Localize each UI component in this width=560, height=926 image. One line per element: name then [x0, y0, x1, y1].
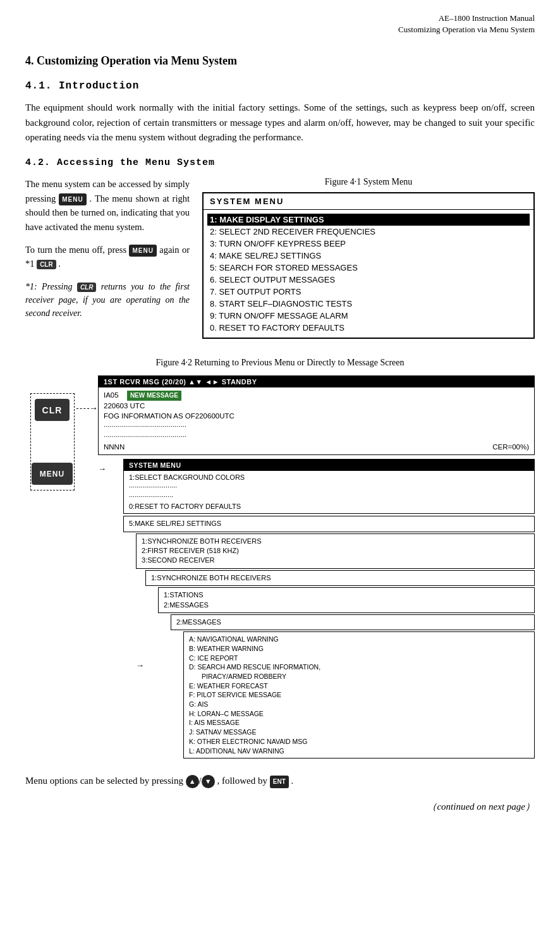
- menu-item-0: 0. RESET TO FACTORY DEFAULTS: [210, 322, 527, 334]
- section41-heading: 4.1. Introduction: [25, 80, 535, 92]
- submenu2-row: 5:MAKE SEL/REJ SETTINGS 1:SYNCHRONIZE BO…: [123, 516, 535, 761]
- submenu2-container: 5:MAKE SEL/REJ SETTINGS 1:SYNCHRONIZE BO…: [123, 516, 535, 761]
- main-message-screen: 1ST RCVR MSG (20/20) ▲▼ ◄► STANDBY IA05 …: [98, 375, 535, 454]
- sel-rej-label: 5:MAKE SEL/REJ SETTINGS: [129, 519, 529, 528]
- dots-row1: ········································…: [104, 421, 529, 431]
- menu-options-label: Menu options can be selected by pressing: [25, 776, 183, 786]
- sync-both-body: 1:SYNCHRONIZE BOTH RECEIVERS: [146, 571, 534, 585]
- stations-item: 1:STATIONS: [164, 590, 529, 600]
- msg-item-d2: PIRACY/ARMED ROBBERY: [189, 672, 529, 681]
- messages-label-body: 2:MESSAGES: [171, 615, 534, 630]
- msg-item-k: K: OTHER ELECTRONIC NAVAID MSG: [189, 737, 529, 746]
- page-header: AE–1800 Instruction Manual Customizing O…: [25, 13, 535, 35]
- msg-item-i: I: AIS MESSAGE: [189, 718, 529, 728]
- nnnn-row: NNNN CER=00%): [104, 442, 529, 452]
- header-line2: Customizing Operation via Menu System: [25, 24, 535, 35]
- msg-item-b: B: WEATHER WARNING: [189, 644, 529, 654]
- sync-both-box: 1:SYNCHRONIZE BOTH RECEIVERS: [145, 570, 535, 586]
- menu-key-inline: MENU: [59, 193, 86, 206]
- fig41-right: Figure 4·1 System Menu SYSTEM MENU 1: MA…: [202, 177, 535, 339]
- section4-title: 4. Customizing Operation via Menu System: [25, 54, 535, 68]
- callsign: IA05: [104, 391, 119, 399]
- menu-item-4: 4: MAKE SEL/REJ SETTINGS: [210, 250, 527, 262]
- submenu1-dots2: ·······················: [129, 492, 529, 501]
- menu-item-7: 7. SET OUTPUT PORTS: [210, 286, 527, 298]
- fig42-caption: Figure 4·2 Returning to Previous Menu or…: [25, 358, 535, 368]
- clr-key-footnote: CLR: [77, 283, 97, 292]
- submenu1-item1: 1:SELECT BACKGROUND COLORS: [129, 473, 529, 482]
- nnnn-text: NNNN: [104, 442, 125, 452]
- ent-button: ENT: [270, 776, 289, 788]
- fig41-para1: The menu system can be accessed by simpl…: [25, 177, 190, 234]
- sync-box: 1:SYNCHRONIZE BOTH RECEIVERS 2:FIRST REC…: [136, 533, 535, 569]
- sync-item1: 1:SYNCHRONIZE BOTH RECEIVERS: [142, 537, 529, 546]
- sel-rej-box: 5:MAKE SEL/REJ SETTINGS: [123, 516, 535, 532]
- sync-item2: 2:FIRST RECEIVER (518 KHZ): [142, 546, 529, 556]
- msg-item-f: F: PILOT SERVICE MESSAGE: [189, 690, 529, 700]
- submenu1-row: → SYSTEM MENU 1:SELECT BACKGROUND COLORS…: [98, 459, 535, 762]
- submenu6-container: 2:MESSAGES: [171, 614, 535, 758]
- menu-item-5: 5: SEARCH FOR STORED MESSAGES: [210, 262, 527, 274]
- clr-key-inline: CLR: [37, 260, 56, 269]
- menu-item-highlight-1: 1: MAKE DISPLAY SETTINGS: [207, 214, 530, 226]
- fig42-sidebar: CLR MENU: [25, 375, 79, 490]
- cer-text: CER=00%): [492, 442, 529, 452]
- system-submenu1: SYSTEM MENU 1:SELECT BACKGROUND COLORS ·…: [123, 459, 535, 515]
- system-menu-title: SYSTEM MENU: [204, 193, 533, 210]
- dots-row2: ········································…: [104, 431, 529, 441]
- dashed-controls-box: CLR MENU: [30, 393, 75, 490]
- menu-button-large: MENU: [32, 463, 73, 485]
- fig41-caption: Figure 4·1 System Menu: [202, 177, 535, 187]
- system-menu-box: SYSTEM MENU 1: MAKE DISPLAY SETTINGS 2: …: [202, 192, 535, 339]
- messages-label: 2:MESSAGES: [176, 618, 529, 627]
- submenu5-container: 1:STATIONS 2:MESSAGES: [158, 587, 535, 758]
- messages-list-body: A: NAVIGATIONAL WARNING B: WEATHER WARNI…: [184, 632, 534, 758]
- menu-item-1: 1: MAKE DISPLAY SETTINGS: [210, 214, 527, 226]
- stations-msg-body: 1:STATIONS 2:MESSAGES: [159, 588, 534, 612]
- submenu7-container: A: NAVIGATIONAL WARNING B: WEATHER WARNI…: [183, 631, 535, 758]
- section41-body: The equipment should work normally with …: [25, 101, 535, 145]
- section42-heading: 4.2. Accessing the Menu System: [25, 157, 535, 168]
- sync-both-label: 1:SYNCHRONIZE BOTH RECEIVERS: [151, 573, 529, 583]
- msg-item-g: G: AIS: [189, 700, 529, 709]
- sel-rej-body: 5:MAKE SEL/REJ SETTINGS: [124, 516, 534, 531]
- menu-options-text: Menu options can be selected by pressing…: [25, 774, 535, 788]
- msg-item-j: J: SATNAV MESSAGE: [189, 728, 529, 737]
- msg-item-c: C: ICE REPORT: [189, 654, 529, 663]
- fig42-section: Figure 4·2 Returning to Previous Menu or…: [25, 358, 535, 813]
- clr-button-large: CLR: [35, 399, 70, 421]
- stations-msg-box: 1:STATIONS 2:MESSAGES: [158, 587, 535, 613]
- menu-item-3: 3: TURN ON/OFF KEYPRESS BEEP: [210, 238, 527, 250]
- menu-item-9: 9: TURN ON/OFF MESSAGE ALARM: [210, 310, 527, 322]
- messages-list-box: A: NAVIGATIONAL WARNING B: WEATHER WARNI…: [183, 631, 535, 758]
- new-message-badge: NEW MESSAGE: [127, 391, 181, 401]
- submenu4-row: → 1:SYNCHRONIZE BOTH RECEIVERS: [136, 570, 535, 762]
- msg-item-e: E: WEATHER FORECAST: [189, 681, 529, 691]
- sync-body: 1:SYNCHRONIZE BOTH RECEIVERS 2:FIRST REC…: [137, 534, 534, 568]
- submenu4-container: 1:SYNCHRONIZE BOTH RECEIVERS 1:STATIONS: [145, 570, 535, 762]
- submenu1-dots1: ·························: [129, 482, 529, 492]
- continued-text: （continued on next page）: [25, 801, 535, 813]
- system-menu-items: 1: MAKE DISPLAY SETTINGS 2: SELECT 2ND R…: [204, 210, 533, 338]
- submenu1-body: 1:SELECT BACKGROUND COLORS ·············…: [124, 471, 534, 514]
- submenu1-item0: 0:RESET TO FACTORY DEFAULTS: [129, 502, 529, 511]
- callsign-row: IA05 NEW MESSAGE: [104, 390, 529, 401]
- fig41-para2: To turn the menu off, press MENU again o…: [25, 243, 190, 271]
- arrow-col: →: [79, 375, 98, 413]
- menu-item-6: 6. SELECT OUTPUT MESSAGES: [210, 274, 527, 286]
- msg-item-a: A: NAVIGATIONAL WARNING: [189, 635, 529, 644]
- fog-info: FOG INFORMATION AS OF220600UTC: [104, 411, 529, 421]
- messages-label-box: 2:MESSAGES: [171, 614, 535, 630]
- period: .: [291, 776, 293, 786]
- menu-item-2: 2: SELECT 2ND RECEIVER FREQUENCIES: [210, 226, 527, 238]
- fig41-left-text: The menu system can be accessed by simpl…: [25, 177, 190, 329]
- updown-button: ▲: [186, 775, 199, 788]
- sync-item3: 3:SECOND RECEIVER: [142, 556, 529, 565]
- main-screen-body: IA05 NEW MESSAGE 220603 UTC FOG INFORMAT…: [99, 387, 534, 454]
- screens-col: 1ST RCVR MSG (20/20) ▲▼ ◄► STANDBY IA05 …: [98, 375, 535, 761]
- msg-item-l: L: ADDITIONAL NAV WARNING: [189, 746, 529, 756]
- followed-by: , followed by: [217, 776, 267, 786]
- updown-button2: ▼: [202, 775, 215, 788]
- msg-item-h: H: LORAN–C MESSAGE: [189, 709, 529, 719]
- submenu1-header: SYSTEM MENU: [124, 460, 534, 471]
